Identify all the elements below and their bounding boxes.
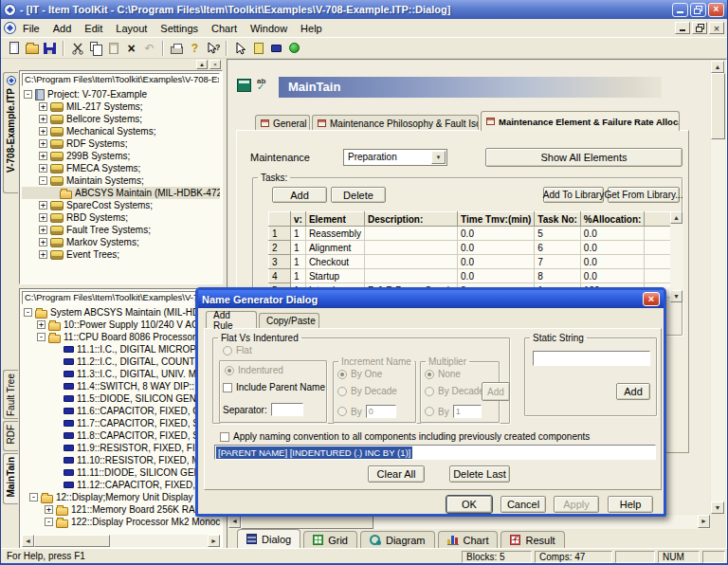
radio-icon[interactable]: [337, 387, 347, 396]
tab-maintenance-element[interactable]: Maintenance Element & Failure Rate Alloc…: [481, 111, 680, 131]
expand-icon[interactable]: [45, 505, 53, 514]
by-decade-radio[interactable]: By Decade: [337, 386, 397, 396]
radio-icon[interactable]: [337, 407, 347, 416]
tree-item[interactable]: MIL-217 Systems;: [22, 100, 220, 113]
restore-button[interactable]: [690, 3, 706, 17]
calculator-icon[interactable]: [237, 79, 251, 92]
scroll-up-button[interactable]: ▲: [670, 211, 682, 224]
tree-item[interactable]: Fault Tree Systems;: [22, 224, 220, 236]
view-tab-diagram[interactable]: Diagram: [360, 531, 435, 548]
tree-item[interactable]: System ABCSYS Maintain (MIL-HDBK-472: [22, 306, 220, 319]
document-vscrollbar[interactable]: ▲ ▼: [711, 61, 725, 514]
table-row[interactable]: 11Reassembly0.050.0: [269, 227, 682, 241]
none-radio[interactable]: None: [425, 369, 461, 379]
separator-input[interactable]: [271, 403, 303, 416]
run-icon[interactable]: [285, 39, 303, 58]
component-tree-hscrollbar[interactable]: ◄ ►: [22, 535, 220, 547]
tree-item[interactable]: 122::Display Processor Mk2 Monochro: [22, 516, 220, 528]
cancel-button[interactable]: Cancel: [500, 496, 546, 513]
name-rule-preview-field[interactable]: [PARENT NAME] [INDENTURED (.) INC BY (1)…: [214, 445, 656, 460]
tree-item[interactable]: 11.2::I.C., DIGITAL, COUNTER/C: [22, 355, 220, 368]
block-icon[interactable]: [267, 39, 285, 58]
scroll-down-button[interactable]: ▼: [670, 290, 682, 302]
collapse-icon[interactable]: [24, 90, 32, 99]
cut-icon[interactable]: [68, 39, 86, 58]
expand-icon[interactable]: [39, 152, 47, 160]
scroll-down-button[interactable]: ▼: [711, 501, 724, 514]
help-button[interactable]: Help: [608, 496, 653, 513]
close-button[interactable]: ×: [708, 3, 724, 17]
by-one-radio[interactable]: By One: [337, 369, 382, 379]
tree-item[interactable]: 12::Display;Memory Unit Display proce: [22, 491, 220, 503]
tree-item[interactable]: Markov Systems;: [22, 236, 220, 248]
checkbox-icon[interactable]: [223, 383, 232, 392]
copy-icon[interactable]: [86, 39, 104, 58]
expand-icon[interactable]: [39, 164, 47, 173]
expand-icon[interactable]: [39, 250, 47, 259]
scroll-thumb[interactable]: [711, 73, 725, 139]
tree-item[interactable]: 11.12::CAPACITOR, FIXED, POLY: [22, 479, 220, 491]
table-row[interactable]: 21Alignment0.060.0: [269, 241, 682, 255]
apply-button[interactable]: Apply: [554, 496, 599, 513]
minimize-button[interactable]: [672, 3, 688, 17]
apply-naming-convention-checkbox[interactable]: Apply naming convention to all component…: [220, 431, 590, 442]
collapse-icon[interactable]: [29, 493, 38, 501]
expand-icon[interactable]: [39, 139, 47, 148]
tree-item[interactable]: 10::Power Supply 110/240 V AC Supp: [22, 319, 220, 331]
tree-item[interactable]: Maintain Systems;: [22, 174, 220, 187]
checkbox-icon[interactable]: [220, 432, 229, 442]
tree-item[interactable]: Bellcore Systems;: [22, 113, 220, 125]
tab-rdf[interactable]: RDF: [3, 421, 18, 451]
tree-item[interactable]: 11.7::CAPACITOR, FIXED, SOLID: [22, 417, 220, 429]
mul-by-value-input[interactable]: 1: [453, 405, 482, 418]
expand-icon[interactable]: [39, 115, 47, 123]
get-from-library-button[interactable]: Get From Library...: [608, 187, 680, 203]
clear-all-button[interactable]: Clear All: [368, 465, 425, 483]
tree-item[interactable]: SpareCost Systems;: [22, 199, 220, 211]
tree-item[interactable]: Event Trees;: [22, 248, 220, 261]
menu-layout[interactable]: Layout: [109, 21, 154, 36]
radio-icon[interactable]: [425, 407, 434, 416]
component-path-field[interactable]: C:\Program Files\Item\Toolkit\Examples\V…: [22, 291, 220, 304]
tree-item[interactable]: 11.3::I.C., DIGITAL, UNIV. MULTI: [22, 368, 220, 380]
collapse-icon[interactable]: [37, 333, 46, 341]
expand-icon[interactable]: [39, 213, 47, 222]
panel-close-button[interactable]: ×: [209, 60, 221, 69]
static-string-add-button[interactable]: Add: [616, 383, 650, 400]
tree-item-selected[interactable]: ABCSYS Maintain (MIL-HDBK-472): [22, 187, 220, 199]
ok-button[interactable]: OK: [446, 496, 492, 513]
radio-icon[interactable]: [425, 387, 434, 396]
mdi-minimize-button[interactable]: [675, 22, 690, 34]
tree-item[interactable]: 11.9::RESISTOR, FIXED, FILM, 6: [22, 442, 220, 454]
add-rule-small-button[interactable]: Add: [482, 382, 510, 401]
mul-by-decade-radio[interactable]: By Decade: [425, 386, 484, 396]
expand-icon[interactable]: [37, 320, 46, 329]
menu-settings[interactable]: Settings: [154, 21, 205, 36]
tree-item[interactable]: Mechanical Systems;: [22, 125, 220, 137]
view-tab-result[interactable]: Result: [500, 531, 564, 548]
tab-add-rule[interactable]: Add Rule: [206, 311, 257, 328]
tab-copy-paste[interactable]: Copy/Paste: [259, 313, 319, 328]
tree-item[interactable]: 11.11::DIODE, SILICON GENERA: [22, 466, 220, 479]
tree-item[interactable]: 11.1::I.C., DIGITAL MICROPROCE: [22, 343, 220, 355]
tree-item[interactable]: FMECA Systems;: [22, 162, 220, 174]
tab-project-file[interactable]: V-708-Example.ITP: [3, 72, 18, 193]
pointer-icon[interactable]: [231, 39, 249, 58]
expand-icon[interactable]: [39, 201, 47, 210]
scroll-thumb[interactable]: [34, 535, 110, 547]
view-tab-chart[interactable]: Chart: [438, 531, 499, 548]
tree-item[interactable]: 11.6::CAPACITOR, FIXED, CERA: [22, 405, 220, 417]
menu-edit[interactable]: Edit: [78, 21, 109, 36]
by-value-radio[interactable]: By0: [337, 405, 396, 418]
mdi-restore-button[interactable]: [692, 22, 707, 34]
scroll-left-button[interactable]: ◄: [22, 535, 34, 547]
tree-item[interactable]: 11.4::SWITCH, 8 WAY DIP:: Qty=: [22, 380, 220, 392]
radio-icon[interactable]: [225, 366, 234, 375]
include-parent-name-checkbox[interactable]: Include Parent Name: [223, 382, 325, 392]
maintenance-combobox[interactable]: Preparation▼: [343, 149, 447, 166]
flat-radio[interactable]: Flat: [223, 345, 252, 355]
collapse-icon[interactable]: [39, 176, 47, 185]
view-tab-grid[interactable]: Grid: [303, 531, 357, 548]
show-all-elements-button[interactable]: Show All Elements: [485, 148, 682, 167]
scroll-thumb[interactable]: [241, 515, 373, 529]
